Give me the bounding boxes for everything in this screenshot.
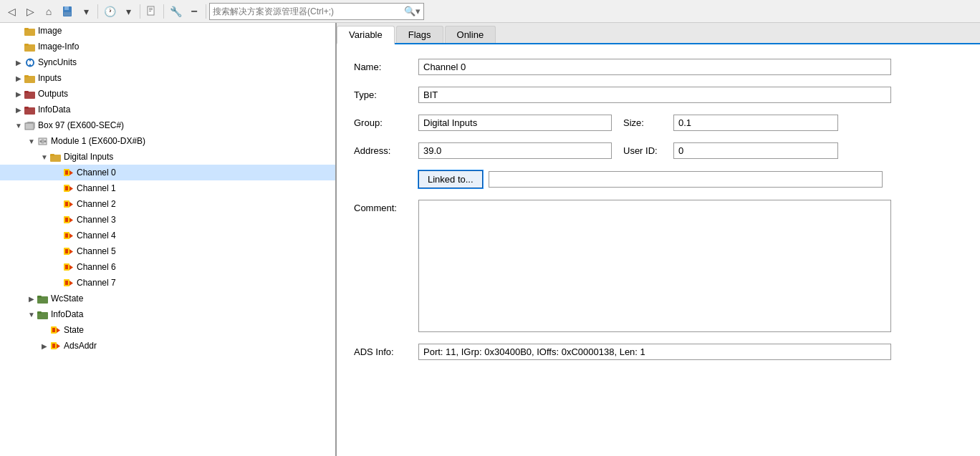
dropdown-icon[interactable]: ▾ xyxy=(415,6,421,16)
ads-input xyxy=(418,344,891,360)
tree-arrow-channel4[interactable] xyxy=(52,230,63,241)
tree-arrow-infodata2[interactable] xyxy=(26,309,37,320)
tree-arrow-channel1[interactable] xyxy=(52,183,63,194)
search-input[interactable] xyxy=(213,6,404,16)
channel-icon xyxy=(63,184,75,193)
tab-flags[interactable]: Flags xyxy=(396,26,443,43)
svg-rect-15 xyxy=(24,91,29,93)
svg-marker-19 xyxy=(25,122,34,123)
tree-arrow-inputs[interactable] xyxy=(13,72,24,84)
tree-item-channel5[interactable]: Channel 5 xyxy=(0,243,335,259)
wrench-button[interactable]: 🔧 xyxy=(167,3,184,20)
folder-green-icon xyxy=(37,310,49,319)
tree-arrow-digital-inputs[interactable] xyxy=(39,151,50,162)
right-panel: Variable Flags Online Name: Type: Group:… xyxy=(337,23,980,456)
svg-rect-59 xyxy=(52,344,55,348)
tree-item-digital-inputs[interactable]: Digital Inputs xyxy=(0,149,335,165)
tree-item-inputs[interactable]: Inputs xyxy=(0,70,335,86)
tree-item-adsaddr[interactable]: AdsAddr xyxy=(0,338,335,354)
tree-arrow-infodata[interactable] xyxy=(13,104,24,115)
name-input[interactable] xyxy=(418,59,891,75)
linked-to-button[interactable]: Linked to... xyxy=(418,170,483,188)
tree-arrow-channel3[interactable] xyxy=(52,214,63,225)
linked-input[interactable] xyxy=(489,171,883,188)
tree-arrow-outputs[interactable] xyxy=(13,88,24,100)
svg-rect-56 xyxy=(52,328,55,332)
tree-label-adsaddr: AdsAddr xyxy=(64,341,97,351)
tab-bar: Variable Flags Online xyxy=(337,23,980,44)
folder-red-icon xyxy=(24,105,36,115)
tree-item-image-info[interactable]: Image-Info xyxy=(0,39,335,54)
folder-yellow-icon xyxy=(24,74,36,83)
tree-item-channel4[interactable]: Channel 4 xyxy=(0,228,335,243)
type-input[interactable] xyxy=(418,87,891,103)
svg-rect-18 xyxy=(25,123,34,130)
pages-button[interactable] xyxy=(143,3,160,20)
tree-arrow-state[interactable] xyxy=(39,324,50,336)
back-button[interactable]: ◁ xyxy=(3,3,20,20)
dropdown1-button[interactable]: ▾ xyxy=(77,3,95,20)
comment-textarea[interactable] xyxy=(418,200,891,332)
tree-label-digital-inputs: Digital Inputs xyxy=(64,152,113,162)
group-input[interactable] xyxy=(418,115,612,131)
svg-point-23 xyxy=(44,140,47,142)
size-input[interactable] xyxy=(673,115,838,131)
tree-arrow-adsaddr[interactable] xyxy=(39,340,50,351)
tree-item-wcstate[interactable]: WcState xyxy=(0,291,335,306)
tree-arrow-channel5[interactable] xyxy=(52,246,63,257)
tree-item-image[interactable]: Image xyxy=(0,23,335,39)
minus-button[interactable]: − xyxy=(186,3,203,20)
tree-arrow-channel7[interactable] xyxy=(52,277,63,288)
tree-item-box97[interactable]: Box 97 (EX600-SEC#) xyxy=(0,117,335,133)
comment-row: Comment: xyxy=(354,200,963,332)
save-button[interactable] xyxy=(59,3,76,20)
tree-arrow-wcstate[interactable] xyxy=(26,293,37,304)
tree-item-state[interactable]: State xyxy=(0,322,335,338)
tree-item-outputs[interactable]: Outputs xyxy=(0,86,335,102)
forward-button[interactable]: ▷ xyxy=(21,3,39,20)
tree-arrow-channel6[interactable] xyxy=(52,261,63,273)
tree-item-channel2[interactable]: Channel 2 xyxy=(0,196,335,212)
folder-green-icon xyxy=(37,294,49,304)
svg-rect-31 xyxy=(65,186,68,190)
separator4 xyxy=(206,4,206,19)
tree-item-infodata[interactable]: InfoData xyxy=(0,102,335,117)
svg-rect-24 xyxy=(42,140,44,143)
tree-panel: Image Image-Info SyncUnits Inputs Output… xyxy=(0,23,337,456)
tab-variable[interactable]: Variable xyxy=(337,26,395,44)
tree-item-channel6[interactable]: Channel 6 xyxy=(0,259,335,275)
form-area: Name: Type: Group: Size: Address: xyxy=(337,44,980,456)
tree-arrow-syncunits[interactable] xyxy=(13,57,24,68)
tree-arrow-image-info[interactable] xyxy=(13,41,24,52)
svg-rect-28 xyxy=(65,170,68,175)
tree-item-syncunits[interactable]: SyncUnits xyxy=(0,54,335,70)
history-button[interactable]: 🕐 xyxy=(101,3,118,20)
svg-marker-29 xyxy=(69,170,73,175)
tree-label-channel2: Channel 2 xyxy=(77,199,116,209)
tree-label-channel4: Channel 4 xyxy=(77,231,116,241)
tree-arrow-module1[interactable] xyxy=(26,135,37,147)
tree-item-channel3[interactable]: Channel 3 xyxy=(0,212,335,228)
folder-yellow-icon xyxy=(50,152,62,162)
tree-item-infodata2[interactable]: InfoData xyxy=(0,306,335,322)
tree-label-channel7: Channel 7 xyxy=(77,278,116,288)
tree-item-channel1[interactable]: Channel 1 xyxy=(0,180,335,196)
tree-arrow-box97[interactable] xyxy=(13,120,24,131)
tab-online[interactable]: Online xyxy=(445,26,496,43)
tree-label-infodata2: InfoData xyxy=(51,309,83,319)
tree-arrow-image[interactable] xyxy=(13,25,24,37)
svg-marker-60 xyxy=(57,344,60,349)
search-bar[interactable]: 🔍 ▾ xyxy=(209,3,424,20)
tree-item-channel0[interactable]: Channel 0 xyxy=(0,165,335,180)
tree-arrow-channel2[interactable] xyxy=(52,198,63,210)
svg-rect-1 xyxy=(64,6,69,10)
userid-input[interactable] xyxy=(673,142,838,159)
tree-arrow-channel0[interactable] xyxy=(52,167,63,178)
tree-item-channel7[interactable]: Channel 7 xyxy=(0,275,335,291)
dropdown2-button[interactable]: ▾ xyxy=(120,3,137,20)
home-button[interactable]: ⌂ xyxy=(40,3,57,20)
type-label: Type: xyxy=(354,89,418,100)
svg-marker-50 xyxy=(69,281,73,286)
address-input[interactable] xyxy=(418,142,612,159)
tree-item-module1[interactable]: Module 1 (EX600-DX#B) xyxy=(0,133,335,149)
